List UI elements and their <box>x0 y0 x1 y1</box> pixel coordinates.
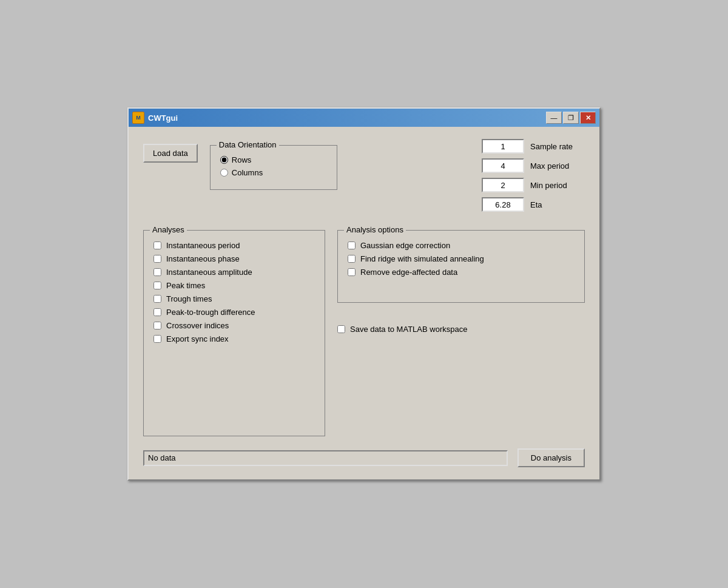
analyses-label-6: Crossover indices <box>166 321 229 330</box>
analyses-checkbox-4[interactable] <box>153 295 161 303</box>
analyses-group-label: Analyses <box>150 225 187 234</box>
sample-rate-row: Sample rate <box>482 139 585 154</box>
min-period-label: Min period <box>530 181 585 190</box>
close-button[interactable]: ✕ <box>580 112 596 124</box>
analyses-label-0: Instantaneous period <box>166 241 240 250</box>
titlebar-left: M CWTgui <box>132 112 178 124</box>
option-checkbox-0[interactable] <box>348 242 356 249</box>
analyses-checkbox-6[interactable] <box>153 322 161 329</box>
content-area: Load data Data Orientation Rows Columns … <box>129 127 599 479</box>
sample-rate-label: Sample rate <box>530 142 585 151</box>
analyses-label-3: Peak times <box>166 281 205 290</box>
option-label-0: Gaussian edge correction <box>360 241 450 250</box>
analyses-item: Peak-to-trough difference <box>153 308 315 317</box>
top-row: Load data Data Orientation Rows Columns … <box>143 139 585 212</box>
option-item: Find ridge with simulated annealing <box>348 254 575 263</box>
analyses-checkbox-7[interactable] <box>153 335 161 343</box>
analyses-label-7: Export sync index <box>166 334 229 343</box>
analyses-item: Peak times <box>153 281 315 290</box>
analyses-label-1: Instantaneous phase <box>166 254 240 263</box>
option-item: Gaussian edge correction <box>348 241 575 250</box>
analyses-checkbox-3[interactable] <box>153 282 161 289</box>
eta-label: Eta <box>530 200 585 209</box>
titlebar: M CWTgui — ❐ ✕ <box>129 109 599 127</box>
option-label-1: Find ridge with simulated annealing <box>360 254 484 263</box>
analysis-options-label: Analysis options <box>344 225 406 234</box>
columns-radio-item: Columns <box>220 168 327 177</box>
save-label: Save data to MATLAB workspace <box>350 325 467 334</box>
main-row: Analyses Instantaneous periodInstantaneo… <box>143 224 585 436</box>
option-item: Remove edge-affected data <box>348 268 575 277</box>
analyses-checkbox-2[interactable] <box>153 268 161 276</box>
analyses-item: Trough times <box>153 294 315 303</box>
sample-rate-input[interactable] <box>482 139 524 154</box>
eta-input[interactable] <box>482 197 524 212</box>
max-period-label: Max period <box>530 161 585 171</box>
analysis-options-group: Analysis options Gaussian edge correctio… <box>337 230 585 303</box>
analyses-checkbox-0[interactable] <box>153 242 161 249</box>
save-row: Save data to MATLAB workspace <box>337 325 585 334</box>
rows-radio-item: Rows <box>220 155 327 164</box>
analyses-checkbox-5[interactable] <box>153 308 161 316</box>
minimize-button[interactable]: — <box>546 112 562 124</box>
options-list: Gaussian edge correctionFind ridge with … <box>348 241 575 277</box>
status-bar: Do analysis <box>143 448 585 467</box>
columns-label: Columns <box>232 168 263 177</box>
main-window: M CWTgui — ❐ ✕ Load data Data Orientatio… <box>127 107 601 481</box>
analyses-item: Export sync index <box>153 334 315 343</box>
save-checkbox[interactable] <box>337 325 345 333</box>
analyses-label-5: Peak-to-trough difference <box>166 308 255 317</box>
analyses-item: Instantaneous phase <box>153 254 315 263</box>
option-checkbox-1[interactable] <box>348 255 356 263</box>
matlab-icon: M <box>132 112 144 124</box>
restore-button[interactable]: ❐ <box>563 112 579 124</box>
status-input <box>143 450 508 466</box>
data-orientation-group: Data Orientation Rows Columns <box>210 145 337 190</box>
analyses-checkbox-1[interactable] <box>153 255 161 263</box>
min-period-input[interactable] <box>482 178 524 192</box>
max-period-input[interactable] <box>482 158 524 173</box>
option-label-2: Remove edge-affected data <box>360 268 457 277</box>
rows-label: Rows <box>232 155 252 164</box>
analyses-list: Instantaneous periodInstantaneous phaseI… <box>153 241 315 343</box>
params-area: Sample rate Max period Min period Eta <box>482 139 585 212</box>
min-period-row: Min period <box>482 178 585 192</box>
titlebar-buttons: — ❐ ✕ <box>546 112 596 124</box>
rows-radio[interactable] <box>220 156 228 164</box>
analyses-item: Crossover indices <box>153 321 315 330</box>
analyses-item: Instantaneous amplitude <box>153 268 315 277</box>
eta-row: Eta <box>482 197 585 212</box>
columns-radio[interactable] <box>220 169 228 177</box>
window-title: CWTgui <box>148 113 178 123</box>
orientation-group-label: Data Orientation <box>217 140 279 149</box>
analyses-label-4: Trough times <box>166 294 212 303</box>
max-period-row: Max period <box>482 158 585 173</box>
analyses-group: Analyses Instantaneous periodInstantaneo… <box>143 230 325 436</box>
analyses-item: Instantaneous period <box>153 241 315 250</box>
analyses-label-2: Instantaneous amplitude <box>166 268 252 277</box>
load-data-button[interactable]: Load data <box>143 144 198 163</box>
right-column: Analysis options Gaussian edge correctio… <box>337 224 585 340</box>
do-analysis-button[interactable]: Do analysis <box>517 448 585 467</box>
option-checkbox-2[interactable] <box>348 268 356 276</box>
